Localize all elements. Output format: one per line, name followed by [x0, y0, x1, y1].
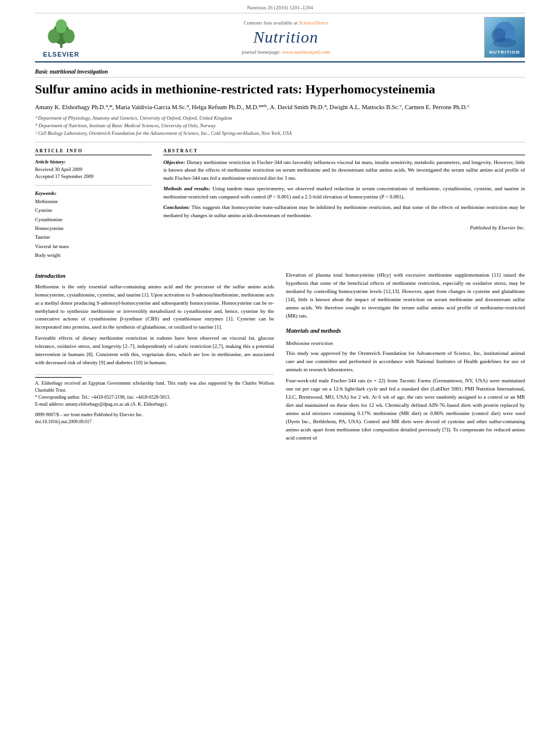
footnotes: A. Elshorbagy received an Egyptian Gover…	[35, 374, 274, 426]
article-title: Sulfur amino acids in methionine-restric…	[35, 81, 525, 98]
article-category: Basic nutritional investigation	[35, 68, 525, 78]
intro-section-title: Introduction	[35, 271, 274, 281]
footnote-separator	[35, 377, 82, 378]
nutrition-image-label: NUTRITION	[489, 50, 520, 55]
elsevier-tree-icon	[41, 18, 82, 50]
journal-reference: Nutrition 26 (2010) 1201–1204	[35, 0, 525, 13]
article-info-abstract: ARTICLE INFO Article history: Received 3…	[35, 148, 525, 265]
journal-center: Contents lists available at ScienceDirec…	[88, 20, 484, 55]
svg-point-4	[55, 19, 67, 33]
separator-1	[35, 142, 525, 142]
article-body: Basic nutritional investigation Sulfur a…	[35, 62, 525, 445]
cover-image-icon	[487, 20, 522, 50]
footnote-1: A. Elshorbagy received an Egyptian Gover…	[35, 380, 274, 394]
keyword-3: Cystathionine	[35, 215, 152, 224]
authors-list: Amany K. Elshorbagy Ph.D.ᵃ,*, Maria Vald…	[35, 103, 525, 113]
affiliation-b: ᵇ Department of Nutrition, Institute of …	[35, 122, 525, 130]
abstract-header: ABSTRACT	[163, 148, 525, 155]
abstract-methods: Methods and results: Using tandem mass s…	[163, 185, 525, 201]
svg-point-8	[493, 38, 516, 47]
homepage-link[interactable]: www.nutritionjrnl.com	[282, 49, 330, 55]
article-info-col: ARTICLE INFO Article history: Received 3…	[35, 148, 152, 265]
objective-label: Objective:	[163, 159, 185, 165]
affiliation-c: ᶜ Cell Biology Laboratory, Orentreich Fo…	[35, 130, 525, 137]
main-text-columns: Introduction Methionine is the only esse…	[35, 271, 525, 445]
article-info-header: ARTICLE INFO	[35, 148, 152, 155]
keywords-label: Keywords:	[35, 190, 152, 196]
left-text-column: Introduction Methionine is the only esse…	[35, 271, 274, 445]
methods-para-1: This study was approved by the Orentreic…	[286, 350, 525, 374]
article-history: Article history: Received 30 April 2009 …	[35, 159, 152, 181]
methods-label: Methods and results:	[163, 186, 210, 191]
keyword-6: Visceral fat mass	[35, 242, 152, 251]
received-date: Received 30 April 2009	[35, 166, 152, 173]
journal-homepage: journal homepage: www.nutritionjrnl.com	[88, 49, 484, 55]
keyword-4: Homocysteine	[35, 224, 152, 233]
methionine-restriction-subsection: Methionine restriction	[286, 340, 525, 348]
sciencedirect-line: Contents lists available at ScienceDirec…	[88, 20, 484, 26]
footnote-2: * Corresponding author. Tel.: +4418-6527…	[35, 394, 274, 401]
doi-line: doi:10.1016/j.nut.2009.09.017	[35, 419, 274, 426]
keyword-2: Cysteine	[35, 206, 152, 215]
intro-para-1: Methionine is the only essential sulfur-…	[35, 283, 274, 332]
methods-section-title: Materials and methods	[286, 326, 525, 336]
keywords-list: Methionine Cysteine Cystathionine Homocy…	[35, 197, 152, 260]
separator-2	[35, 185, 152, 186]
abstract-col: ABSTRACT Objective: Dietary methionine r…	[163, 148, 525, 265]
right-intro-para-1: Elevation of plasma total homocysteine (…	[286, 271, 525, 320]
affiliations: ᵃ Department of Physiology, Anatomy and …	[35, 114, 525, 137]
conclusion-text: This suggests that homocysteine trans-su…	[163, 204, 525, 218]
elsevier-label: ELSEVIER	[43, 51, 79, 58]
keyword-5: Taurine	[35, 233, 152, 242]
right-text-column: Elevation of plasma total homocysteine (…	[286, 271, 525, 445]
elsevier-logo: ELSEVIER	[35, 18, 88, 58]
sciencedirect-link[interactable]: ScienceDirect	[299, 20, 328, 26]
footnote-3: E-mail address: amany.elshorbagy@dpag.ox…	[35, 401, 274, 408]
page: Nutrition 26 (2010) 1201–1204 ELSEVIER C…	[0, 0, 560, 753]
published-by: Published by Elsevier Inc.	[163, 224, 525, 232]
abstract-text: Objective: Dietary methionine restrictio…	[163, 159, 525, 232]
objective-text: Dietary methionine restriction in Fische…	[163, 159, 525, 181]
history-label: Article history:	[35, 159, 152, 165]
issn-line: 0899-9007/$ – see front matter Published…	[35, 412, 274, 419]
keywords-section: Keywords: Methionine Cysteine Cystathion…	[35, 190, 152, 260]
methods-para-2: Four-week-old male Fischer-344 rats (n =…	[286, 377, 525, 442]
journal-name: Nutrition	[88, 28, 484, 47]
journal-header: ELSEVIER Contents lists available at Sci…	[35, 13, 525, 62]
methods-text: Using tandem mass spectrometry, we obser…	[163, 186, 525, 200]
abstract-conclusion: Conclusion: This suggests that homocyste…	[163, 204, 525, 219]
nutrition-cover-image: NUTRITION	[484, 17, 525, 58]
intro-para-2: Favorable effects of dietary methionine …	[35, 334, 274, 367]
affiliation-a: ᵃ Department of Physiology, Anatomy and …	[35, 114, 525, 122]
abstract-objective: Objective: Dietary methionine restrictio…	[163, 159, 525, 183]
keyword-1: Methionine	[35, 197, 152, 206]
conclusion-label: Conclusion:	[163, 204, 190, 210]
main-content: Introduction Methionine is the only esse…	[35, 271, 525, 445]
keyword-7: Body weight	[35, 251, 152, 260]
accepted-date: Accepted 17 September 2009	[35, 173, 152, 180]
